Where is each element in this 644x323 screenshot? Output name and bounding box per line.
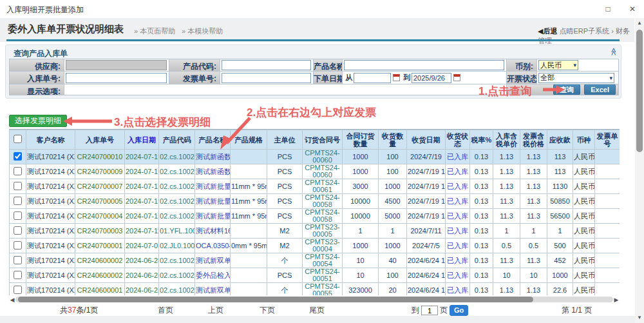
table-cell: 测试170214 (XX) (26, 239, 75, 253)
row-checkbox[interactable] (14, 167, 22, 175)
vertical-scroll-thumb[interactable] (636, 30, 643, 152)
table-cell: 3000 (343, 179, 379, 194)
select-invoice-detail-button[interactable]: 选择发票明细 (9, 115, 67, 127)
table-cell: 测试新函数成 (195, 164, 231, 179)
table-cell: 2024-06-24 (125, 283, 159, 296)
column-header: 产品名称 (195, 130, 231, 150)
horizontal-scrollbar[interactable]: ◀ ▶ (9, 296, 620, 303)
vertical-scrollbar[interactable]: ▲ ▼ (635, 18, 644, 323)
calendar-icon[interactable] (453, 74, 460, 81)
scroll-up-icon[interactable]: ▲ (636, 20, 643, 26)
select-all-header (10, 130, 26, 150)
horizontal-scroll-thumb[interactable] (18, 297, 533, 302)
invoice-no-input[interactable] (222, 73, 311, 83)
row-checkbox[interactable] (14, 182, 22, 190)
table-cell (595, 283, 620, 296)
page-help-link[interactable]: » 本页面帮助 (134, 26, 175, 36)
product-code-input[interactable] (222, 60, 311, 70)
table-cell: 2024-07-05 (125, 239, 159, 253)
row-checkbox[interactable] (14, 152, 22, 161)
column-header[interactable]: 入库日期 (125, 130, 159, 150)
currency-label: 币别: (507, 59, 537, 71)
date-to-input[interactable] (412, 73, 451, 83)
close-icon[interactable]: ✕ (627, 4, 638, 14)
table-cell: 1 (520, 224, 547, 239)
row-select-cell (10, 150, 26, 164)
table-cell: 11mm * 95m (231, 209, 267, 224)
select-all-checkbox[interactable] (14, 135, 22, 143)
go-button[interactable]: Go (450, 305, 468, 316)
table-cell: 2024/7/19 10 (407, 164, 446, 179)
column-header: 税率% (470, 130, 493, 150)
table-cell: 测试新批量领 (195, 179, 231, 194)
table-cell: 人民币 (573, 224, 595, 239)
currency-select[interactable]: 人民币▾ (538, 60, 578, 70)
row-checkbox[interactable] (14, 197, 22, 205)
table-cell: 02.cs.100246 (159, 194, 195, 209)
table-cell: 02.JL0.10000 (159, 239, 195, 253)
calendar-icon[interactable] (393, 74, 400, 81)
row-checkbox[interactable] (14, 211, 22, 220)
table-cell: 2024-07-19 (125, 150, 159, 164)
annotation-arrow-left (63, 117, 112, 126)
table-cell: 0.13 (470, 253, 493, 268)
column-header: 产品代码 (159, 130, 195, 150)
row-checkbox[interactable] (14, 256, 22, 264)
table-cell: 02.cs.100246 (159, 179, 195, 194)
table-cell: 2024-07-19 (125, 179, 159, 194)
row-checkbox[interactable] (14, 226, 22, 235)
table-cell: 11mm * 95m (231, 179, 267, 194)
table-cell: CR240700004 (75, 209, 125, 224)
table-cell: 100 (379, 150, 407, 164)
table-cell: 02.cs.100245 (159, 268, 195, 283)
table-cell: PCS (267, 164, 303, 179)
search-button[interactable]: 查询 (553, 84, 580, 95)
maximize-icon[interactable]: □ (603, 4, 613, 14)
table-cell: 11.3 (493, 209, 520, 224)
scroll-down-icon[interactable]: ▼ (636, 315, 643, 320)
module-help-link[interactable]: » 本模块帮助 (182, 26, 223, 36)
table-cell: 10 (520, 268, 547, 283)
table-cell: 113 (547, 150, 573, 164)
row-checkbox[interactable] (14, 286, 22, 294)
first-page-link[interactable]: 首页 (158, 305, 173, 316)
invoice-status-select[interactable]: 全部▾ (538, 73, 614, 83)
table-cell: 5000 (379, 209, 407, 224)
row-checkbox[interactable] (14, 271, 22, 279)
product-name-label: 产品名称: (314, 59, 343, 71)
table-cell: CPMTS24-00060 (303, 150, 343, 164)
page-number-input[interactable] (421, 306, 438, 315)
page-header: 委外入库单开票状况明细表 » 本页面帮助 » 本模块帮助 ◀后退 点晴ERP子系… (0, 18, 634, 42)
table-cell: 2024/7/19 10 (407, 194, 446, 209)
table-cell: CPMTS24-00061 (303, 179, 343, 194)
table-cell: 2024/6/24 16 (407, 268, 446, 283)
table-cell: 0.5 (520, 239, 547, 253)
prev-page-link[interactable]: 上页 (208, 305, 223, 316)
invoice-detail-table-wrap: 客户名称入库单号入库日期产品代码产品名称产品规格主单位订货合同号合同订货数量收货… (9, 129, 620, 295)
receipt-no-input[interactable] (66, 73, 167, 83)
horizontal-scroll-track[interactable] (15, 297, 613, 302)
date-from-input[interactable] (354, 73, 391, 83)
window-title: 入库明细开票批量添加 (6, 5, 84, 15)
supplier-label: 供应商: (10, 59, 64, 71)
table-cell: 人民币 (573, 209, 595, 224)
column-header: 币种 (573, 130, 595, 150)
table-cell: 已入库 (446, 239, 470, 253)
scroll-left-icon[interactable]: ◀ (9, 297, 15, 303)
table-cell: 1000 (379, 179, 407, 194)
table-cell (595, 164, 620, 179)
last-page-link[interactable]: 尾页 (309, 305, 325, 316)
supplier-input (66, 60, 167, 70)
product-name-input[interactable] (344, 60, 504, 70)
table-cell: 人民币 (573, 164, 595, 179)
excel-button[interactable]: Excel (584, 84, 616, 95)
page-info: 第 1/1 页 (562, 305, 592, 316)
collapse-panel-icon[interactable]: ≪ (609, 48, 618, 56)
next-page-link[interactable]: 下页 (260, 305, 275, 316)
scroll-right-icon[interactable]: ▶ (613, 297, 620, 303)
row-checkbox[interactable] (14, 241, 22, 250)
row-select-cell (10, 164, 26, 179)
table-cell (231, 164, 267, 179)
table-cell: 0.13 (470, 179, 493, 194)
back-button[interactable]: ◀后退 (538, 27, 557, 35)
